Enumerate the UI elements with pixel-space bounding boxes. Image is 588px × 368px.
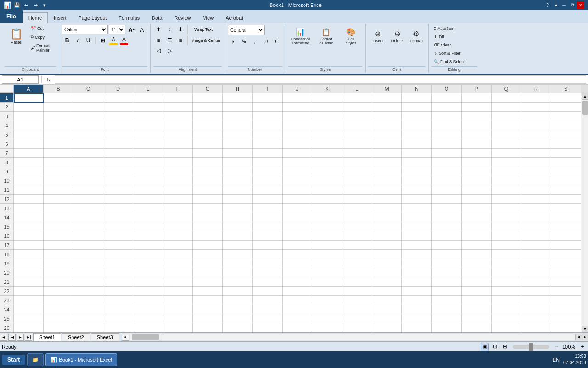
row-num-8[interactable]: 8 (0, 158, 13, 167)
cell-A15[interactable] (14, 222, 44, 231)
sort-filter-button[interactable]: ⇅ Sort & Filter (431, 50, 477, 57)
cell-H6[interactable] (223, 139, 253, 149)
cell-S7[interactable] (551, 149, 581, 158)
cell-F9[interactable] (163, 167, 193, 176)
cell-J21[interactable] (283, 277, 312, 287)
cell-S4[interactable] (551, 121, 581, 130)
cell-I2[interactable] (253, 103, 283, 112)
tab-review[interactable]: Review (168, 12, 197, 23)
close-icon[interactable]: ✕ (577, 1, 584, 9)
cell-R14[interactable] (521, 213, 551, 222)
cell-G13[interactable] (193, 204, 223, 213)
cell-B14[interactable] (44, 213, 74, 222)
cell-H25[interactable] (223, 314, 253, 323)
cell-Q15[interactable] (492, 222, 521, 231)
cell-C11[interactable] (74, 185, 103, 195)
cell-I15[interactable] (253, 222, 283, 231)
cell-D3[interactable] (103, 112, 133, 121)
strikethrough-button[interactable] (95, 37, 96, 44)
cell-J20[interactable] (283, 268, 312, 277)
cell-J17[interactable] (283, 241, 312, 250)
cell-R23[interactable] (521, 296, 551, 305)
cell-K17[interactable] (312, 241, 342, 250)
cell-R6[interactable] (521, 139, 551, 149)
cell-E17[interactable] (133, 241, 163, 250)
cell-P18[interactable] (462, 250, 492, 259)
cell-N14[interactable] (402, 213, 432, 222)
cell-L12[interactable] (342, 195, 372, 204)
cell-S18[interactable] (551, 250, 581, 259)
cell-P19[interactable] (462, 259, 492, 268)
cell-E10[interactable] (133, 176, 163, 185)
format-table-button[interactable]: 📋 Formatas Table (314, 25, 339, 49)
cell-S17[interactable] (551, 241, 581, 250)
cell-K14[interactable] (312, 213, 342, 222)
cell-M1[interactable] (372, 93, 402, 103)
cell-M12[interactable] (372, 195, 402, 204)
row-num-11[interactable]: 11 (0, 185, 13, 195)
cell-J26[interactable] (283, 323, 312, 332)
cell-N12[interactable] (402, 195, 432, 204)
cell-F20[interactable] (163, 268, 193, 277)
cell-D17[interactable] (103, 241, 133, 250)
cell-H26[interactable] (223, 323, 253, 332)
cell-S6[interactable] (551, 139, 581, 149)
cell-N18[interactable] (402, 250, 432, 259)
cell-M13[interactable] (372, 204, 402, 213)
row-num-12[interactable]: 12 (0, 195, 13, 204)
cell-M18[interactable] (372, 250, 402, 259)
cell-O21[interactable] (432, 277, 462, 287)
cell-O11[interactable] (432, 185, 462, 195)
cell-S5[interactable] (551, 130, 581, 139)
quick-access-undo[interactable]: ↩ (23, 1, 30, 9)
cell-L20[interactable] (342, 268, 372, 277)
cell-F23[interactable] (163, 296, 193, 305)
cell-C23[interactable] (74, 296, 103, 305)
cell-K12[interactable] (312, 195, 342, 204)
cell-J7[interactable] (283, 149, 312, 158)
cell-B17[interactable] (44, 241, 74, 250)
cell-L17[interactable] (342, 241, 372, 250)
cell-C21[interactable] (74, 277, 103, 287)
cell-P24[interactable] (462, 305, 492, 314)
cell-H18[interactable] (223, 250, 253, 259)
sheet-tab-3[interactable]: Sheet3 (91, 333, 119, 341)
sheet-tab-2[interactable]: Sheet2 (62, 333, 90, 341)
cell-R18[interactable] (521, 250, 551, 259)
sheet-tab-1[interactable]: Sheet1 (33, 333, 61, 341)
cell-Q22[interactable] (492, 287, 521, 296)
cell-P13[interactable] (462, 204, 492, 213)
number-format-select[interactable]: General Number Currency Percentage (228, 25, 265, 35)
cell-K9[interactable] (312, 167, 342, 176)
cell-B2[interactable] (44, 103, 74, 112)
cell-R9[interactable] (521, 167, 551, 176)
cell-A16[interactable] (14, 231, 44, 241)
cell-E3[interactable] (133, 112, 163, 121)
row-num-19[interactable]: 19 (0, 259, 13, 268)
cell-G4[interactable] (193, 121, 223, 130)
cell-G23[interactable] (193, 296, 223, 305)
cell-A12[interactable] (14, 195, 44, 204)
cell-H13[interactable] (223, 204, 253, 213)
cell-Q12[interactable] (492, 195, 521, 204)
cell-H7[interactable] (223, 149, 253, 158)
col-header-I[interactable]: I (253, 85, 283, 93)
cell-L16[interactable] (342, 231, 372, 241)
cell-L14[interactable] (342, 213, 372, 222)
cell-B6[interactable] (44, 139, 74, 149)
cell-P10[interactable] (462, 176, 492, 185)
cell-B26[interactable] (44, 323, 74, 332)
cell-E2[interactable] (133, 103, 163, 112)
row-num-14[interactable]: 14 (0, 213, 13, 222)
scroll-up-button[interactable]: ▲ (582, 93, 588, 100)
cell-D7[interactable] (103, 149, 133, 158)
row-num-3[interactable]: 3 (0, 112, 13, 121)
cell-I9[interactable] (253, 167, 283, 176)
cell-R10[interactable] (521, 176, 551, 185)
cell-E14[interactable] (133, 213, 163, 222)
cell-M26[interactable] (372, 323, 402, 332)
cell-F2[interactable] (163, 103, 193, 112)
cell-F22[interactable] (163, 287, 193, 296)
cell-M17[interactable] (372, 241, 402, 250)
cell-I1[interactable] (253, 93, 283, 103)
